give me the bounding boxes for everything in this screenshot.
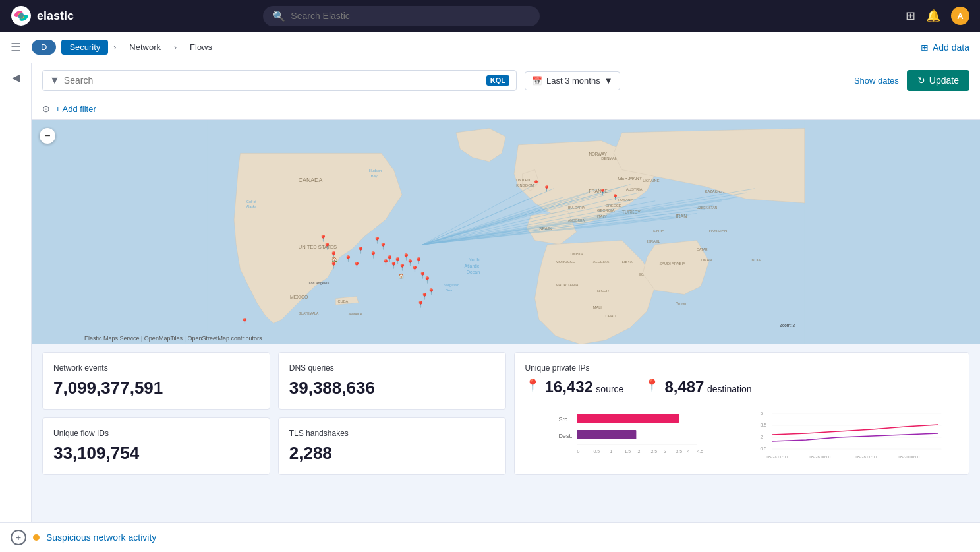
search-field-input[interactable] xyxy=(64,75,482,86)
svg-text:📍: 📍 xyxy=(398,263,407,272)
breadcrumb-network[interactable]: Network xyxy=(121,40,169,55)
svg-text:Gulf of: Gulf of xyxy=(246,200,256,204)
svg-text:Zoom: 2: Zoom: 2 xyxy=(780,323,795,328)
svg-text:North: North xyxy=(469,257,480,262)
search-field-icon: ▼ xyxy=(49,75,60,86)
svg-text:📍: 📍 xyxy=(415,257,423,265)
map-zoom-out-button[interactable]: − xyxy=(40,128,55,144)
date-picker-chevron: ▼ xyxy=(604,76,613,86)
svg-text:MALI: MALI xyxy=(593,305,602,309)
svg-text:Src.: Src. xyxy=(558,416,569,423)
svg-text:2: 2 xyxy=(761,435,763,439)
svg-text:LIBYA: LIBYA xyxy=(622,260,633,264)
svg-text:0: 0 xyxy=(577,449,579,454)
svg-text:0.5: 0.5 xyxy=(593,449,600,454)
dest-pin-icon: 📍 xyxy=(645,378,659,392)
svg-text:TUNISIA: TUNISIA xyxy=(568,252,583,256)
svg-text:PAKISTAN: PAKISTAN xyxy=(709,229,727,233)
svg-text:Yemen: Yemen xyxy=(676,301,687,305)
search-input[interactable] xyxy=(291,11,531,21)
svg-text:OMAN: OMAN xyxy=(701,258,712,262)
svg-text:📍: 📍 xyxy=(411,265,419,274)
update-button[interactable]: ↻ Update xyxy=(907,70,969,91)
svg-text:NIGER: NIGER xyxy=(597,289,609,293)
svg-text:UNITED: UNITED xyxy=(516,178,530,182)
svg-text:MEXICO: MEXICO xyxy=(290,295,308,299)
svg-text:0.5: 0.5 xyxy=(761,446,767,451)
svg-text:MOROCCO: MOROCCO xyxy=(556,260,576,264)
date-range-text: Last 3 months xyxy=(546,76,600,86)
bell-icon[interactable]: 🔔 xyxy=(926,9,940,23)
add-circle-button[interactable]: + xyxy=(11,530,26,545)
svg-text:CHAD: CHAD xyxy=(606,314,616,318)
svg-text:🏠: 🏠 xyxy=(398,273,405,279)
dns-queries-value: 39,388,636 xyxy=(289,378,495,398)
search-field[interactable]: ▼ KQL xyxy=(42,70,517,91)
show-dates-button[interactable]: Show dates xyxy=(854,76,899,86)
tls-handshakes-value: 2,288 xyxy=(289,443,495,464)
svg-text:MAURITANIA: MAURITANIA xyxy=(556,283,579,287)
svg-text:05-28 00:00: 05-28 00:00 xyxy=(856,455,878,459)
map-background: CANADA UNITED STATES MEXICO CUBA JAMAICA… xyxy=(32,120,980,344)
add-data-button[interactable]: ⊞ Add data xyxy=(921,42,969,53)
svg-text:📍: 📍 xyxy=(427,288,436,296)
svg-text:Los Angeles: Los Angeles xyxy=(308,281,329,285)
hamburger-menu[interactable]: ☰ xyxy=(11,40,21,55)
svg-text:📍: 📍 xyxy=(599,188,606,196)
svg-text:NORWAY: NORWAY xyxy=(589,152,607,156)
main-layout: ◀ ▼ KQL 📅 Last 3 months ▼ Show dates ↻ U… xyxy=(0,63,980,552)
svg-text:05-24 00:00: 05-24 00:00 xyxy=(767,455,789,459)
line-chart: 5 3.5 2 0.5 xyxy=(747,408,958,464)
unique-flows-label: Unique flow IDs xyxy=(53,429,259,438)
grid-icon[interactable]: ⊞ xyxy=(906,9,915,23)
svg-text:4.5: 4.5 xyxy=(697,449,703,454)
svg-rect-123 xyxy=(577,414,679,423)
svg-text:05-30 00:00: 05-30 00:00 xyxy=(899,455,921,459)
breadcrumb-user-icon[interactable]: D xyxy=(32,40,56,55)
top-navigation: elastic 🔍 ⊞ 🔔 A xyxy=(0,0,980,32)
nav-icons: ⊞ 🔔 A xyxy=(906,7,969,25)
svg-text:📍: 📍 xyxy=(417,300,425,309)
unique-flows-value: 33,109,754 xyxy=(53,443,259,464)
dest-ip-item: 📍 8,487 destination xyxy=(645,378,751,400)
user-avatar[interactable]: A xyxy=(951,7,969,25)
tls-handshakes-label: TLS handshakes xyxy=(289,429,495,438)
svg-text:CUBA: CUBA xyxy=(338,299,349,303)
add-filter-bar: ⊙ + Add filter xyxy=(32,98,980,120)
svg-text:📍: 📍 xyxy=(369,251,378,259)
network-events-label: Network events xyxy=(53,363,259,373)
suspicious-activity-link[interactable]: Suspicious network activity xyxy=(46,532,156,543)
svg-text:SAUDI ARABIA: SAUDI ARABIA xyxy=(659,262,685,266)
elastic-logo[interactable]: elastic xyxy=(11,5,76,26)
content-area: ▼ KQL 📅 Last 3 months ▼ Show dates ↻ Upd… xyxy=(32,63,980,552)
stat-unique-flows: Unique flow IDs 33,109,754 xyxy=(42,417,270,475)
global-search[interactable]: 🔍 xyxy=(263,6,540,26)
status-dot xyxy=(33,534,40,541)
unique-ips-values: 📍 16,432 source 📍 8,487 destination xyxy=(525,378,959,400)
date-picker[interactable]: 📅 Last 3 months ▼ xyxy=(525,71,620,90)
breadcrumb-flows[interactable]: Flows xyxy=(182,40,220,55)
add-filter-button[interactable]: + Add filter xyxy=(55,104,96,114)
svg-text:JAMAICA: JAMAICA xyxy=(348,312,362,316)
svg-text:Bay: Bay xyxy=(371,174,378,178)
svg-text:Dest.: Dest. xyxy=(558,433,572,439)
update-icon: ↻ xyxy=(917,75,925,86)
sidebar: ◀ xyxy=(0,63,32,552)
dest-ip-value: 8,487 xyxy=(664,378,704,396)
svg-rect-125 xyxy=(577,430,636,439)
svg-text:05-26 00:00: 05-26 00:00 xyxy=(810,455,832,459)
svg-text:📍: 📍 xyxy=(344,255,353,263)
svg-text:📍: 📍 xyxy=(423,276,432,284)
search-icon: 🔍 xyxy=(272,10,285,22)
svg-text:📍: 📍 xyxy=(353,261,361,270)
svg-text:📍: 📍 xyxy=(612,193,619,201)
filter-icon: ⊙ xyxy=(42,104,50,114)
sidebar-arrow-icon[interactable]: ◀ xyxy=(12,71,20,84)
svg-text:3.5: 3.5 xyxy=(676,449,682,454)
breadcrumb-security[interactable]: Security xyxy=(61,40,108,55)
svg-text:📍: 📍 xyxy=(323,242,331,251)
kql-badge[interactable]: KQL xyxy=(486,75,509,86)
svg-text:SYRIA: SYRIA xyxy=(653,229,664,233)
svg-text:🏠: 🏠 xyxy=(331,257,338,262)
svg-text:GREECE: GREECE xyxy=(606,204,621,208)
